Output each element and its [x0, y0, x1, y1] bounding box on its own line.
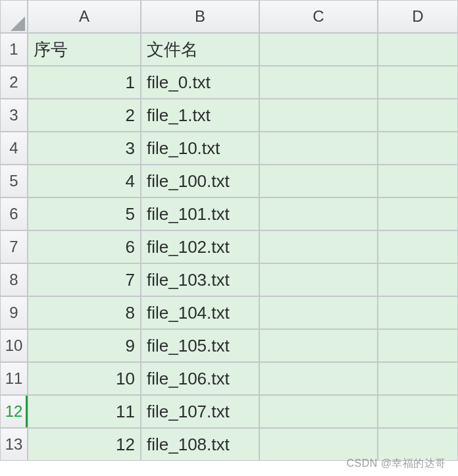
cell-d[interactable]: [378, 428, 458, 461]
cell-c[interactable]: [259, 198, 378, 230]
cell-d[interactable]: [378, 329, 458, 362]
cell-c[interactable]: [259, 395, 378, 428]
cell-b1[interactable]: 文件名: [141, 33, 259, 66]
cell-c[interactable]: [259, 99, 378, 132]
cell-b[interactable]: file_104.txt: [141, 296, 259, 329]
cell-c[interactable]: [259, 132, 378, 165]
col-header-b[interactable]: B: [141, 0, 259, 33]
cell-a[interactable]: 10: [28, 362, 141, 395]
cell-d[interactable]: [378, 132, 458, 165]
row-header[interactable]: 12: [0, 395, 28, 428]
cell-d[interactable]: [378, 198, 458, 230]
cell-a[interactable]: 2: [28, 99, 141, 132]
row-header[interactable]: 1: [0, 33, 28, 66]
cell-d[interactable]: [378, 263, 458, 296]
cell-c[interactable]: [259, 296, 378, 329]
cell-c[interactable]: [259, 428, 378, 461]
cell-d[interactable]: [378, 395, 458, 428]
row-header[interactable]: 5: [0, 165, 28, 198]
cell-c[interactable]: [259, 66, 378, 99]
cell-c[interactable]: [259, 263, 378, 296]
row-header[interactable]: 10: [0, 329, 28, 362]
cell-c1[interactable]: [259, 33, 378, 66]
cell-c[interactable]: [259, 329, 378, 362]
cell-c[interactable]: [259, 165, 378, 198]
watermark-text: CSDN @幸福的达哥: [346, 457, 446, 471]
row-header[interactable]: 4: [0, 132, 28, 165]
row-header[interactable]: 3: [0, 99, 28, 132]
cell-b[interactable]: file_1.txt: [141, 99, 259, 132]
row-header[interactable]: 6: [0, 198, 28, 230]
cell-a[interactable]: 12: [28, 428, 141, 461]
cell-b[interactable]: file_106.txt: [141, 362, 259, 395]
cell-b[interactable]: file_10.txt: [141, 132, 259, 165]
cell-a[interactable]: 4: [28, 165, 141, 198]
cell-b[interactable]: file_105.txt: [141, 329, 259, 362]
cell-d[interactable]: [378, 296, 458, 329]
cell-b[interactable]: file_102.txt: [141, 230, 259, 263]
cell-b[interactable]: file_107.txt: [141, 395, 259, 428]
col-header-d[interactable]: D: [378, 0, 458, 33]
cell-a[interactable]: 7: [28, 263, 141, 296]
cell-b[interactable]: file_0.txt: [141, 66, 259, 99]
col-header-a[interactable]: A: [28, 0, 141, 33]
col-header-c[interactable]: C: [259, 0, 378, 33]
cell-d[interactable]: [378, 230, 458, 263]
cell-c[interactable]: [259, 362, 378, 395]
cell-a[interactable]: 3: [28, 132, 141, 165]
cell-d[interactable]: [378, 99, 458, 132]
cell-d[interactable]: [378, 362, 458, 395]
cell-b[interactable]: file_100.txt: [141, 165, 259, 198]
select-all-corner[interactable]: [0, 0, 28, 33]
cell-d1[interactable]: [378, 33, 458, 66]
cell-a1[interactable]: 序号: [28, 33, 141, 66]
cell-a[interactable]: 6: [28, 230, 141, 263]
row-header[interactable]: 11: [0, 362, 28, 395]
cell-c[interactable]: [259, 230, 378, 263]
cell-b[interactable]: file_108.txt: [141, 428, 259, 461]
cell-a[interactable]: 8: [28, 296, 141, 329]
cell-a[interactable]: 5: [28, 198, 141, 230]
spreadsheet-grid[interactable]: A B C D 1 序号 文件名 2 1 file_0.txt 3 2 file…: [0, 0, 458, 461]
cell-d[interactable]: [378, 66, 458, 99]
row-header[interactable]: 7: [0, 230, 28, 263]
cell-d[interactable]: [378, 165, 458, 198]
cell-a[interactable]: 11: [28, 395, 141, 428]
cell-b[interactable]: file_101.txt: [141, 198, 259, 230]
row-header[interactable]: 8: [0, 263, 28, 296]
cell-a[interactable]: 9: [28, 329, 141, 362]
select-all-triangle-icon: [11, 16, 25, 31]
row-header[interactable]: 2: [0, 66, 28, 99]
row-header[interactable]: 13: [0, 428, 28, 461]
cell-b[interactable]: file_103.txt: [141, 263, 259, 296]
row-header[interactable]: 9: [0, 296, 28, 329]
cell-a[interactable]: 1: [28, 66, 141, 99]
